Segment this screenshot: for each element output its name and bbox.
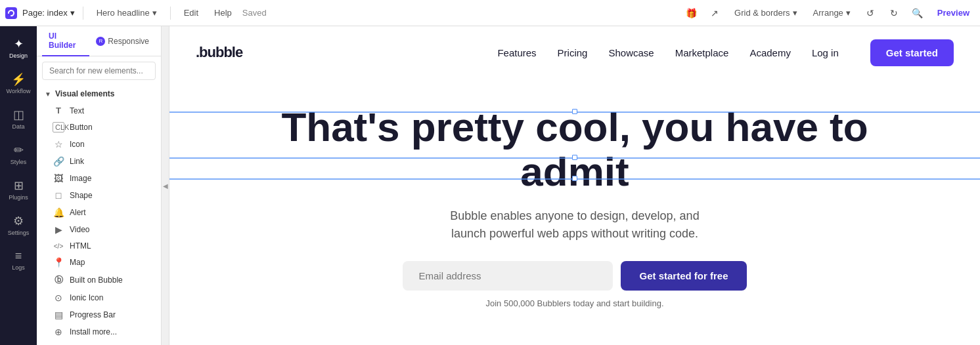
element-ionic-icon[interactable]: ⊙ Ionic Icon — [37, 289, 161, 306]
saved-status: Saved — [242, 8, 267, 18]
html-element-label: HTML — [70, 241, 91, 251]
sidebar-item-logs[interactable]: ≡ Logs — [3, 244, 34, 276]
element-image[interactable]: 🖼 Image — [37, 170, 161, 187]
element-link[interactable]: 🔗 Link — [37, 153, 161, 170]
element-progress-bar[interactable]: ▤ Progress Bar — [37, 306, 161, 323]
context-chevron-icon: ▾ — [152, 8, 157, 18]
get-started-button[interactable]: Get started — [870, 39, 954, 66]
top-toolbar: Page: index ▾ Hero headline ▾ Edit Help … — [0, 0, 980, 26]
context-dropdown[interactable]: Hero headline ▾ — [91, 5, 162, 20]
elements-search-input[interactable] — [42, 62, 156, 80]
element-text[interactable]: T Text — [37, 102, 161, 119]
section-arrow-icon: ▼ — [45, 91, 51, 98]
element-shape[interactable]: □ Shape — [37, 187, 161, 204]
sidebar-item-plugins[interactable]: ⊞ Plugins — [3, 173, 34, 206]
hero-subtext-line2: launch powerful web apps without writing… — [451, 227, 698, 240]
bubble-hero: That's pretty cool, you have to admit Bu… — [169, 79, 980, 328]
sidebar-item-settings[interactable]: ⚙ Settings — [3, 209, 34, 241]
arrange-chevron-icon: ▾ — [846, 8, 851, 18]
toolbar-right: 🎁 ↗ Grid & borders ▾ Arrange ▾ ↺ ↻ 🔍 Pre… — [682, 4, 975, 22]
nav-login[interactable]: Log in — [812, 47, 839, 58]
sidebar-item-workflow[interactable]: ⚡ Workflow — [3, 67, 34, 100]
preview-button[interactable]: Preview — [932, 5, 975, 20]
nav-pricing[interactable]: Pricing — [558, 47, 588, 58]
link-element-label: Link — [70, 157, 84, 166]
logs-label: Logs — [12, 264, 25, 271]
sidebar-item-data[interactable]: ◫ Data — [3, 102, 34, 135]
cursor-icon[interactable]: ↗ — [705, 4, 724, 22]
collapse-icon: ◀ — [163, 182, 168, 190]
button-element-label: Button — [70, 123, 93, 132]
element-install-more[interactable]: ⊕ Install more... — [37, 323, 161, 340]
canvas-page: .bubble Features Pricing Showcase Market… — [169, 26, 980, 345]
handle-top-mid — [572, 109, 577, 114]
nav-showcase[interactable]: Showcase — [608, 47, 654, 58]
built-on-bubble-element-icon: ⓑ — [53, 274, 64, 286]
help-button[interactable]: Help — [209, 5, 237, 20]
context-label: Hero headline — [97, 8, 150, 18]
sidebar-item-styles[interactable]: ✏ Styles — [3, 138, 34, 171]
hero-subtext-line1: Bubble enables anyone to design, develop… — [450, 209, 699, 222]
grid-dropdown[interactable]: Grid & borders ▾ — [729, 5, 803, 20]
toolbar-sep-2 — [170, 7, 171, 20]
nav-sidebar: ✦ Design ⚡ Workflow ◫ Data ✏ Styles ⊞ Pl… — [0, 26, 37, 345]
ionic-element-icon: ⊙ — [53, 293, 64, 303]
video-element-label: Video — [70, 225, 89, 234]
tab-responsive[interactable]: R Responsive — [89, 26, 156, 56]
html-element-icon: </> — [53, 243, 64, 250]
element-icon[interactable]: ☆ Icon — [37, 136, 161, 153]
video-element-icon: ▶ — [53, 224, 64, 235]
design-icon: ✦ — [14, 37, 24, 51]
button-element-icon: CLK — [53, 122, 64, 132]
nav-marketplace[interactable]: Marketplace — [675, 47, 729, 58]
sidebar-item-design[interactable]: ✦ Design — [3, 31, 34, 64]
search-icon[interactable]: 🔍 — [908, 4, 927, 22]
page-label: Page: index — [22, 8, 68, 18]
image-element-icon: 🖼 — [53, 173, 64, 184]
styles-label: Styles — [11, 159, 27, 165]
element-alert[interactable]: 🔔 Alert — [37, 204, 161, 221]
element-html[interactable]: </> HTML — [37, 238, 161, 254]
gift-icon[interactable]: 🎁 — [682, 4, 700, 22]
ionic-element-label: Ionic Icon — [70, 293, 103, 302]
responsive-dot: R — [96, 37, 105, 46]
built-on-bubble-element-label: Built on Bubble — [70, 275, 123, 285]
workflow-label: Workflow — [7, 88, 31, 94]
email-input[interactable] — [403, 261, 613, 291]
bubble-nav: Features Pricing Showcase Marketplace Ac… — [497, 39, 954, 66]
page-selector[interactable]: Page: index ▾ — [22, 8, 75, 18]
nav-academy[interactable]: Academy — [749, 47, 791, 58]
hero-subtext: Bubble enables anyone to design, develop… — [450, 207, 699, 243]
element-map[interactable]: 📍 Map — [37, 254, 161, 271]
grid-chevron-icon: ▾ — [793, 8, 797, 18]
undo-icon[interactable]: ↺ — [861, 4, 880, 22]
map-element-icon: 📍 — [53, 257, 64, 268]
arrange-label: Arrange — [813, 8, 843, 18]
element-button[interactable]: CLK Button — [37, 119, 161, 136]
progress-bar-element-label: Progress Bar — [70, 310, 116, 319]
responsive-label: Responsive — [108, 37, 149, 46]
arrange-dropdown[interactable]: Arrange ▾ — [808, 5, 856, 20]
icon-element-label: Icon — [70, 140, 85, 149]
alert-element-icon: 🔔 — [53, 207, 64, 218]
tab-ui-builder[interactable]: UI Builder — [42, 26, 89, 56]
redo-icon[interactable]: ↻ — [885, 4, 903, 22]
elements-panel: UI Builder R Responsive ▼ Visual element… — [37, 26, 162, 345]
plugins-icon: ⊞ — [14, 178, 24, 193]
shape-element-icon: □ — [53, 190, 64, 201]
install-more-element-label: Install more... — [70, 327, 117, 336]
progress-bar-element-icon: ▤ — [53, 310, 64, 320]
nav-features[interactable]: Features — [497, 47, 536, 58]
collapse-handle[interactable]: ◀ — [162, 26, 169, 345]
alert-element-label: Alert — [70, 208, 86, 217]
visual-elements-section[interactable]: ▼ Visual elements — [37, 85, 161, 102]
element-built-on-bubble[interactable]: ⓑ Built on Bubble — [37, 271, 161, 289]
page-chevron-icon: ▾ — [70, 8, 75, 18]
element-video[interactable]: ▶ Video — [37, 221, 161, 238]
styles-icon: ✏ — [14, 143, 24, 157]
cta-button[interactable]: Get started for free — [621, 261, 746, 291]
map-element-label: Map — [70, 258, 85, 267]
edit-button[interactable]: Edit — [179, 5, 204, 20]
main-layout: ✦ Design ⚡ Workflow ◫ Data ✏ Styles ⊞ Pl… — [0, 26, 980, 345]
settings-icon: ⚙ — [13, 214, 24, 228]
